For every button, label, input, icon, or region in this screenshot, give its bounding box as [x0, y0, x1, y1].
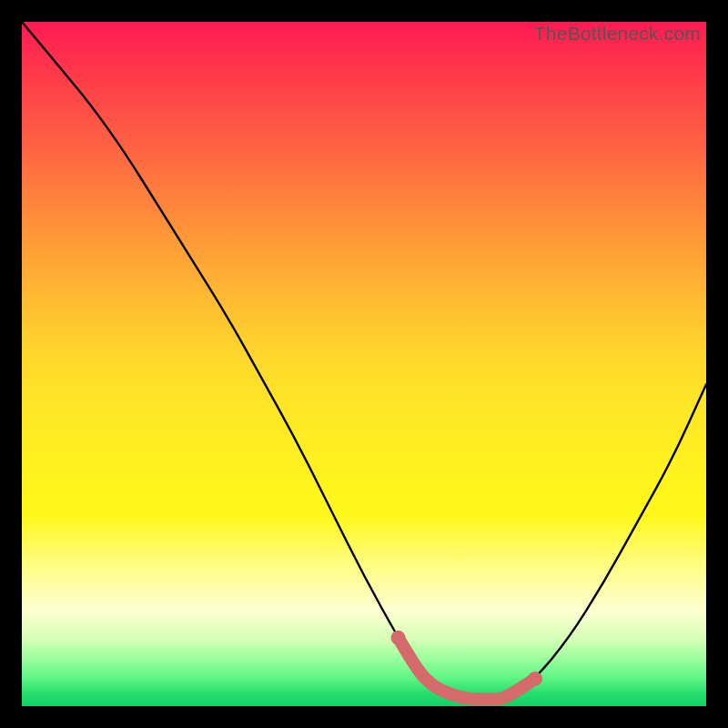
chart-svg [22, 22, 706, 706]
highlight-dot-left [391, 631, 406, 645]
bottleneck-curve [22, 22, 706, 700]
optimal-range-highlight [399, 638, 535, 700]
highlight-dot-right [528, 672, 542, 686]
chart-frame: TheBottleneck.com [0, 0, 728, 728]
chart-plot-area: TheBottleneck.com [22, 22, 706, 706]
